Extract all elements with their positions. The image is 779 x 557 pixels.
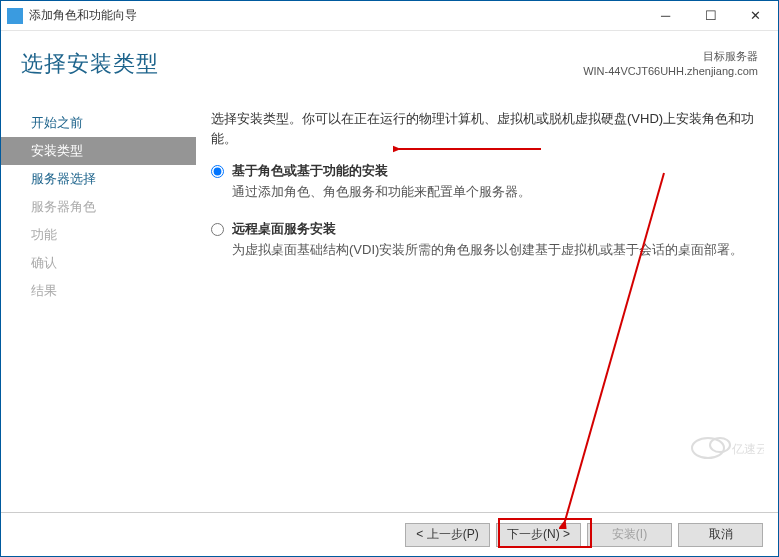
sidebar-item-features: 功能 bbox=[1, 221, 196, 249]
svg-text:亿速云: 亿速云 bbox=[731, 442, 764, 456]
maximize-button[interactable]: ☐ bbox=[688, 1, 733, 31]
target-label: 目标服务器 bbox=[583, 49, 758, 64]
prev-button[interactable]: < 上一步(P) bbox=[405, 523, 490, 547]
option-role-based-label: 基于角色或基于功能的安装 bbox=[232, 162, 388, 180]
instruction-text: 选择安装类型。你可以在正在运行的物理计算机、虚拟机或脱机虚拟硬盘(VHD)上安装… bbox=[211, 109, 758, 148]
option-role-based-desc: 通过添加角色、角色服务和功能来配置单个服务器。 bbox=[232, 182, 758, 202]
wizard-footer: < 上一步(P) 下一步(N) > 安装(I) 取消 bbox=[1, 512, 778, 556]
sidebar-item-server-roles: 服务器角色 bbox=[1, 193, 196, 221]
cancel-button[interactable]: 取消 bbox=[678, 523, 763, 547]
target-server-name: WIN-44VCJT66UHH.zhenjiang.com bbox=[583, 64, 758, 79]
close-button[interactable]: ✕ bbox=[733, 1, 778, 31]
sidebar-item-install-type[interactable]: 安装类型 bbox=[1, 137, 196, 165]
window-title: 添加角色和功能向导 bbox=[29, 7, 643, 24]
svg-point-5 bbox=[710, 438, 730, 452]
sidebar-item-confirm: 确认 bbox=[1, 249, 196, 277]
option-remote-desktop-label: 远程桌面服务安装 bbox=[232, 220, 336, 238]
next-button[interactable]: 下一步(N) > bbox=[496, 523, 581, 547]
option-remote-desktop-desc: 为虚拟桌面基础结构(VDI)安装所需的角色服务以创建基于虚拟机或基于会话的桌面部… bbox=[232, 240, 758, 260]
wizard-header: 选择安装类型 目标服务器 WIN-44VCJT66UHH.zhenjiang.c… bbox=[1, 31, 778, 97]
sidebar-item-server-select[interactable]: 服务器选择 bbox=[1, 165, 196, 193]
radio-remote-desktop[interactable] bbox=[211, 223, 224, 236]
wizard-steps-sidebar: 开始之前 安装类型 服务器选择 服务器角色 功能 确认 结果 bbox=[1, 97, 196, 512]
sidebar-item-before-begin[interactable]: 开始之前 bbox=[1, 109, 196, 137]
option-role-based[interactable]: 基于角色或基于功能的安装 通过添加角色、角色服务和功能来配置单个服务器。 bbox=[211, 162, 758, 202]
minimize-button[interactable]: ─ bbox=[643, 1, 688, 31]
svg-point-4 bbox=[692, 438, 724, 458]
target-server-info: 目标服务器 WIN-44VCJT66UHH.zhenjiang.com bbox=[583, 49, 758, 97]
sidebar-item-results: 结果 bbox=[1, 277, 196, 305]
install-button: 安装(I) bbox=[587, 523, 672, 547]
option-remote-desktop[interactable]: 远程桌面服务安装 为虚拟桌面基础结构(VDI)安装所需的角色服务以创建基于虚拟机… bbox=[211, 220, 758, 260]
page-title: 选择安装类型 bbox=[21, 49, 159, 97]
window-titlebar: 添加角色和功能向导 ─ ☐ ✕ bbox=[1, 1, 778, 31]
radio-role-based[interactable] bbox=[211, 165, 224, 178]
app-icon bbox=[7, 8, 23, 24]
watermark: 亿速云 bbox=[690, 434, 764, 466]
